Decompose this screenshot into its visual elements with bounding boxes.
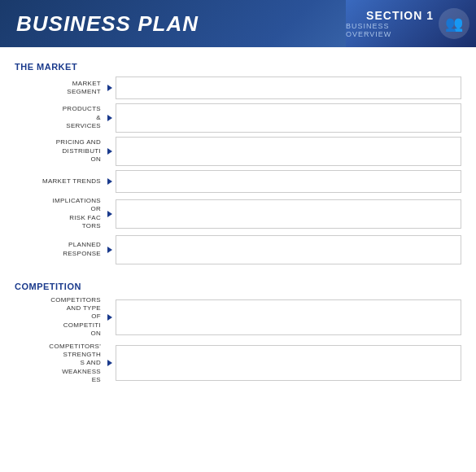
pricing-label: PRICING ANDDISTRIBUTION [15, 138, 104, 164]
title-bold: PLAN [138, 11, 199, 36]
page: BUSINESS PLAN SECTION 1 BUSINESS OVERVIE… [0, 0, 476, 396]
arrow-icon-2 [107, 115, 112, 121]
products-services-label: PRODUCTS&SERVICES [15, 105, 104, 130]
market-segment-input[interactable] [116, 76, 461, 99]
competitors-type-label: COMPETITORSAND TYPEOFCOMPETITION [15, 296, 104, 339]
planned-response-label: PLANNEDRESPONSE [15, 241, 104, 258]
market-trends-input[interactable] [116, 170, 461, 193]
implications-label: IMPLICATIONSORRISK FACTORS [15, 197, 104, 231]
arrow-icon-8 [107, 360, 112, 366]
implications-input[interactable] [116, 199, 461, 229]
arrow-icon-4 [107, 178, 112, 185]
planned-response-row: PLANNEDRESPONSE [15, 235, 461, 264]
pricing-input[interactable] [116, 137, 461, 166]
competitors-type-input[interactable] [116, 299, 461, 335]
title-plain: BUSINESS [16, 11, 138, 36]
arrow-icon-7 [107, 314, 112, 321]
people-icon: 👥 [439, 8, 469, 39]
header-title: BUSINESS PLAN [16, 11, 199, 37]
arrow-5 [104, 211, 116, 217]
market-trends-row: MARKET TRENDS [15, 170, 461, 193]
market-segment-row: MARKETSEGMENT [15, 76, 461, 99]
pricing-row: PRICING ANDDISTRIBUTION [15, 137, 461, 166]
implications-row: IMPLICATIONSORRISK FACTORS [15, 197, 461, 231]
market-segment-label: MARKETSEGMENT [15, 80, 104, 97]
arrow-4 [104, 178, 116, 185]
competitors-type-row: COMPETITORSAND TYPEOFCOMPETITION [15, 296, 461, 339]
arrow-icon-5 [107, 211, 112, 217]
content: THE MARKET MARKETSEGMENT PRODUCTS&SERVIC… [0, 47, 476, 396]
arrow-1 [104, 85, 116, 91]
arrow-6 [104, 247, 116, 253]
arrow-icon-3 [107, 148, 112, 155]
market-heading: THE MARKET [15, 62, 461, 72]
header-right: SECTION 1 BUSINESS OVERVIEW 👥 [346, 0, 476, 47]
planned-response-input[interactable] [116, 235, 461, 264]
competitors-strength-row: COMPETITORS'STRENGTHS ANDWEAKNESSES [15, 343, 461, 385]
competitors-strength-input[interactable] [116, 345, 461, 381]
header: BUSINESS PLAN SECTION 1 BUSINESS OVERVIE… [0, 0, 476, 47]
arrow-7 [104, 314, 116, 321]
arrow-icon-1 [107, 85, 112, 91]
arrow-3 [104, 148, 116, 155]
competitors-strength-label: COMPETITORS'STRENGTHS ANDWEAKNESSES [15, 343, 104, 385]
arrow-icon-6 [107, 247, 112, 253]
products-services-row: PRODUCTS&SERVICES [15, 103, 461, 133]
header-left: BUSINESS PLAN [0, 0, 346, 47]
arrow-2 [104, 115, 116, 121]
competition-heading: COMPETITION [15, 282, 461, 291]
arrow-8 [104, 360, 116, 366]
market-trends-label: MARKET TRENDS [15, 177, 104, 186]
products-services-input[interactable] [116, 103, 461, 133]
